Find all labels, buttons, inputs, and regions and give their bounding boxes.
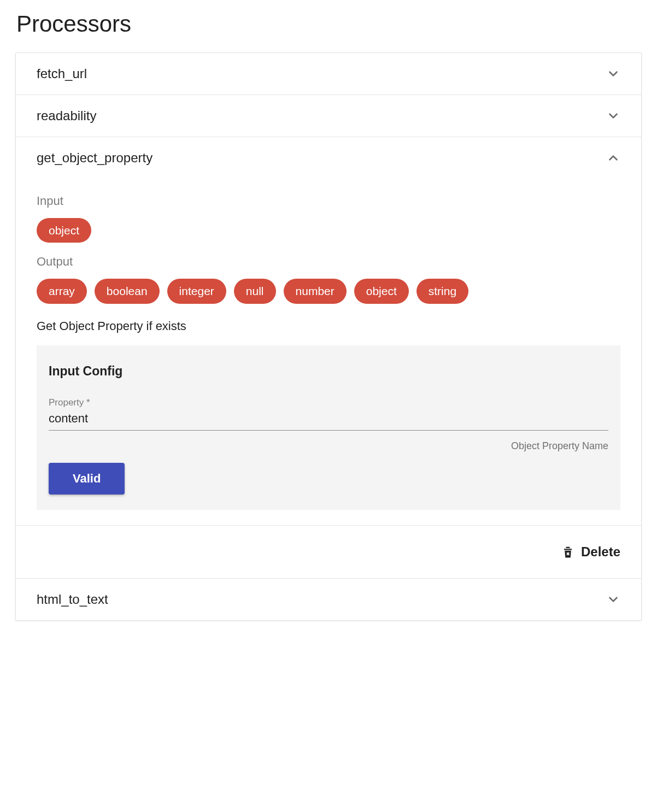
processor-title: fetch_url (37, 66, 87, 81)
input-config-heading: Input Config (49, 364, 608, 379)
processor-actions: Delete (16, 525, 641, 578)
processor-html-to-text: html_to_text (16, 579, 641, 620)
output-section-label: Output (37, 255, 620, 269)
type-chip-boolean: boolean (95, 279, 160, 303)
property-input[interactable] (49, 409, 608, 431)
chevron-down-icon (606, 67, 620, 81)
type-chip-null: null (234, 279, 276, 303)
property-field: Property * (49, 397, 608, 431)
input-type-chips: object (37, 218, 620, 243)
accordion-header-get-object-property[interactable]: get_object_property (16, 137, 641, 179)
processor-title: readability (37, 108, 96, 123)
type-chip-object: object (354, 279, 409, 303)
accordion-header-html-to-text[interactable]: html_to_text (16, 579, 641, 620)
accordion-body: Input object Output array boolean intege… (16, 179, 641, 525)
processor-get-object-property: get_object_property Input object Output … (16, 137, 641, 579)
type-chip-array: array (37, 279, 87, 303)
input-config-box: Input Config Property * Object Property … (37, 345, 620, 510)
processor-description: Get Object Property if exists (37, 319, 620, 333)
chevron-down-icon (606, 109, 620, 123)
property-field-helper: Object Property Name (49, 440, 608, 452)
processor-readability: readability (16, 95, 641, 137)
type-chip-object: object (37, 218, 91, 243)
page-title: Processors (16, 11, 642, 37)
type-chip-string: string (417, 279, 468, 303)
processor-title: get_object_property (37, 150, 152, 166)
input-section-label: Input (37, 194, 620, 208)
property-field-label: Property * (49, 397, 608, 408)
processor-title: html_to_text (37, 592, 108, 607)
chevron-down-icon (606, 592, 620, 607)
valid-button[interactable]: Valid (49, 463, 125, 495)
trash-icon (560, 544, 576, 560)
processor-fetch-url: fetch_url (16, 53, 641, 95)
accordion-header-readability[interactable]: readability (16, 95, 641, 137)
output-type-chips: array boolean integer null number object… (37, 279, 620, 303)
processors-panel: fetch_url readability get_object_propert… (15, 52, 642, 621)
type-chip-integer: integer (167, 279, 226, 303)
chevron-up-icon (606, 151, 620, 165)
delete-button[interactable]: Delete (560, 542, 620, 562)
accordion-header-fetch-url[interactable]: fetch_url (16, 53, 641, 95)
type-chip-number: number (284, 279, 347, 303)
delete-button-label: Delete (581, 544, 620, 560)
